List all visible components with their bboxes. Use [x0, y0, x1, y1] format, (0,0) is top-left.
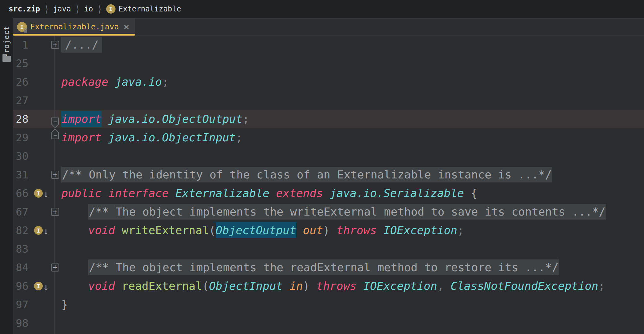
close-icon[interactable]: × — [124, 22, 129, 32]
implementations-gutter-icon[interactable]: I↓ — [30, 281, 49, 292]
line-number[interactable]: 97 — [13, 298, 30, 311]
fold-marker-down-icon[interactable] — [51, 117, 59, 128]
line-number[interactable]: 30 — [13, 150, 30, 162]
down-arrow-icon: ↓ — [43, 226, 49, 236]
interface-icon: I — [106, 4, 115, 14]
code-text[interactable]: import java.io.ObjectInput; — [61, 128, 644, 147]
line-number[interactable]: 83 — [13, 243, 30, 255]
breadcrumb: src.zip⟩java⟩io⟩IExternalizable — [0, 0, 644, 18]
folder-icon[interactable] — [2, 56, 11, 62]
fold-gutter-slot — [49, 147, 61, 165]
interface-icon: I — [34, 226, 43, 235]
code-text[interactable]: void writeExternal(ObjectOutput out) thr… — [61, 221, 644, 240]
code-text[interactable]: /** The object implements the readExtern… — [61, 258, 644, 277]
code-line-97[interactable]: 97} — [13, 295, 644, 314]
line-number[interactable]: 82 — [13, 224, 30, 237]
code-text[interactable]: /** The object implements the writeExter… — [61, 203, 644, 221]
line-number[interactable]: 84 — [13, 261, 30, 274]
line-number[interactable]: 29 — [13, 131, 30, 144]
code-text[interactable]: /.../ — [61, 36, 644, 54]
interface-icon: I — [17, 22, 27, 32]
tab-title: Externalizable.java — [30, 22, 119, 31]
line-number[interactable]: 31 — [13, 169, 30, 181]
code-line-28[interactable]: 28import java.io.ObjectOutput; — [13, 110, 644, 128]
fold-gutter-slot — [49, 54, 61, 73]
code-line-30[interactable]: 30 — [13, 147, 644, 165]
line-number[interactable]: 96 — [13, 280, 30, 292]
plus-box-icon[interactable]: + — [51, 263, 59, 272]
fold-gutter-slot — [49, 314, 61, 332]
code-text[interactable]: /** Only the identity of the class of an… — [61, 165, 644, 184]
code-line-1[interactable]: 1+/.../ — [13, 36, 644, 54]
code-line-96[interactable]: 96I↓ void readExternal(ObjectInput in) t… — [13, 277, 644, 295]
code-text[interactable]: package java.io; — [61, 73, 644, 91]
plus-box-icon[interactable]: + — [51, 171, 59, 179]
implementations-gutter-icon[interactable]: I↓ — [30, 225, 49, 236]
line-number[interactable]: 67 — [13, 206, 30, 218]
tab-externalizable-java[interactable]: I Externalizable.java × — [13, 19, 135, 35]
fold-collapse-top-icon[interactable] — [49, 110, 61, 128]
editor-tab-bar: I Externalizable.java × — [13, 18, 644, 36]
fold-gutter-slot — [49, 240, 61, 258]
code-text[interactable]: import java.io.ObjectOutput; — [61, 110, 644, 128]
editor: 1+/.../2526package java.io;2728import ja… — [13, 36, 644, 334]
code-line-98[interactable]: 98 — [13, 314, 644, 332]
code-line-26[interactable]: 26package java.io; — [13, 73, 644, 91]
code-line-82[interactable]: 82I↓ void writeExternal(ObjectOutput out… — [13, 221, 644, 240]
line-number[interactable]: 98 — [13, 317, 30, 329]
code-line-25[interactable]: 25 — [13, 54, 644, 73]
line-number[interactable]: 27 — [13, 94, 30, 107]
breadcrumb-item-java[interactable]: java — [53, 5, 71, 13]
breadcrumb-item-externalizable[interactable]: IExternalizable — [106, 4, 181, 14]
plus-box-icon[interactable]: + — [51, 41, 59, 49]
fold-expand-icon[interactable]: + — [49, 258, 61, 277]
code-text[interactable]: } — [61, 295, 644, 314]
project-toolwindow-button[interactable]: Project — [2, 26, 11, 58]
fold-gutter-slot — [49, 91, 61, 110]
code-line-67[interactable]: 67+ /** The object implements the writeE… — [13, 203, 644, 221]
code-line-83[interactable]: 83 — [13, 240, 644, 258]
code-text[interactable]: void readExternal(ObjectInput in) throws… — [61, 277, 644, 295]
interface-icon: I — [34, 282, 43, 290]
line-number[interactable]: 28 — [13, 113, 30, 125]
left-toolwindow-stripe: Project — [0, 18, 13, 334]
fold-gutter-slot — [49, 73, 61, 91]
breadcrumb-item-io[interactable]: io — [84, 5, 93, 13]
line-number[interactable]: 25 — [13, 57, 30, 70]
fold-gutter-slot — [49, 184, 61, 203]
lock-icon — [23, 28, 28, 33]
interface-icon: I — [34, 189, 43, 198]
fold-marker-up-icon[interactable] — [51, 128, 59, 139]
code-line-84[interactable]: 84+ /** The object implements the readEx… — [13, 258, 644, 277]
down-arrow-icon: ↓ — [43, 282, 49, 292]
fold-gutter-slot — [49, 295, 61, 314]
fold-expand-icon[interactable]: + — [49, 36, 61, 54]
implementations-gutter-icon[interactable]: I↓ — [30, 188, 49, 199]
fold-collapse-bottom-icon[interactable] — [49, 128, 61, 147]
line-number[interactable]: 66 — [13, 187, 30, 199]
code-line-29[interactable]: 29import java.io.ObjectInput; — [13, 128, 644, 147]
line-number[interactable]: 1 — [13, 39, 30, 51]
chevron-separator-icon: ⟩ — [97, 3, 102, 15]
down-arrow-icon: ↓ — [43, 189, 49, 199]
fold-expand-icon[interactable]: + — [49, 165, 61, 184]
line-number[interactable]: 26 — [13, 76, 30, 88]
fold-expand-icon[interactable]: + — [49, 203, 61, 221]
code-line-66[interactable]: 66I↓public interface Externalizable exte… — [13, 184, 644, 203]
plus-box-icon[interactable]: + — [51, 208, 59, 216]
breadcrumb-item-src-zip[interactable]: src.zip — [9, 5, 40, 13]
fold-gutter-slot — [49, 221, 61, 240]
fold-gutter-slot — [49, 277, 61, 295]
ide-window: src.zip⟩java⟩io⟩IExternalizable Project … — [0, 0, 644, 334]
code-line-31[interactable]: 31+/** Only the identity of the class of… — [13, 165, 644, 184]
code-text[interactable]: public interface Externalizable extends … — [61, 184, 644, 203]
code-line-27[interactable]: 27 — [13, 91, 644, 110]
chevron-separator-icon: ⟩ — [75, 3, 80, 15]
chevron-separator-icon: ⟩ — [44, 3, 49, 15]
